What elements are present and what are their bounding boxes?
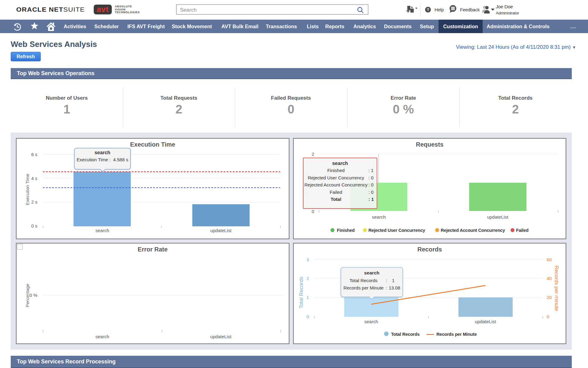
svg-text:?: ? bbox=[427, 7, 429, 12]
